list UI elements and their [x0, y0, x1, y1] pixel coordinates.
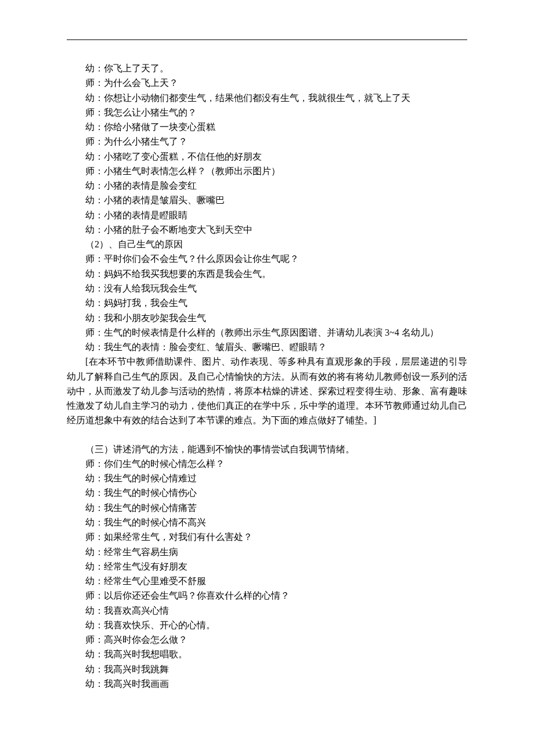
paragraph-spacer — [67, 428, 467, 442]
dialogue-line: 幼：小猪的肚子会不断地变大飞到天空中 — [67, 222, 467, 237]
commentary-paragraph: [在本环节中教师借助课件、图片、动作表现、等多种具有直观形象的手段，层层递进的引… — [67, 354, 467, 427]
dialogue-line: 幼：没有人给我玩我会生气 — [67, 281, 467, 296]
document-page: 幼：你飞上了天了。 师：为什么会飞上天？ 幼：你想让小动物们都变生气，结果他们都… — [0, 0, 534, 756]
dialogue-line: 师：我怎么让小猪生气的？ — [67, 105, 467, 120]
dialogue-line: 幼：你想让小动物们都变生气，结果他们都没有生气，我就很生气，就飞上了天 — [67, 91, 467, 105]
dialogue-line: 幼：经常生气容易生病 — [67, 545, 467, 559]
dialogue-line: 师：如果经常生气，对我们有什么害处？ — [67, 530, 467, 544]
dialogue-line: 幼：小猪的表情是脸会变红 — [67, 178, 467, 193]
dialogue-line: 师：生气的时候表情是什么样的（教师出示生气原因图谱、并请幼儿表演 3~4 名幼儿… — [67, 325, 467, 340]
dialogue-line: 幼：我高兴时我画画 — [67, 676, 467, 691]
header-rule — [67, 39, 467, 40]
dialogue-line: 幼：我生气的时候心情伤心 — [67, 485, 467, 500]
dialogue-line: 幼：我生气的时候心情痛苦 — [67, 501, 467, 515]
dialogue-line: 幼：妈妈打我，我会生气 — [67, 296, 467, 310]
dialogue-line: 师：高兴时你会怎么做？ — [67, 632, 467, 647]
dialogue-line: 幼：我生气的时候心情难过 — [67, 471, 467, 485]
dialogue-line: 师：以后你还还会生气吗？你喜欢什么样的心情？ — [67, 588, 467, 603]
dialogue-line: 师：小猪生气时表情怎么样？（教师出示图片） — [67, 164, 467, 178]
dialogue-line: 师：平时你们会不会生气？什么原因会让你生气呢？ — [67, 251, 467, 266]
dialogue-line: 幼：我喜欢快乐、开心的心情。 — [67, 618, 467, 632]
dialogue-line: 幼：你飞上了天了。 — [67, 61, 467, 75]
dialogue-line: 幼：我高兴时我想唱歌。 — [67, 647, 467, 661]
dialogue-line: 幼：妈妈不给我买我想要的东西是我会生气。 — [67, 267, 467, 281]
dialogue-line: 幼：我喜欢高兴心情 — [67, 603, 467, 618]
dialogue-line: 幼：我和小朋友吵架我会生气 — [67, 311, 467, 325]
dialogue-line: （2）、自己生气的原因 — [67, 237, 467, 251]
dialogue-line: 幼：经常生气没有好朋友 — [67, 559, 467, 574]
dialogue-section-2: （三）讲述消气的方法，能遇到不愉快的事情尝试自我调节情绪。 师：你们生气的时候心… — [67, 442, 467, 692]
dialogue-line: 师：你们生气的时候心情怎么样？ — [67, 456, 467, 471]
dialogue-line: 幼：小猪吃了变心蛋糕，不信任他的好朋友 — [67, 149, 467, 164]
dialogue-line: 幼：小猪的表情是皱眉头、噘嘴巴 — [67, 193, 467, 207]
dialogue-line: 幼：我高兴时我跳舞 — [67, 662, 467, 676]
dialogue-line: 幼：经常生气心里难受不舒服 — [67, 574, 467, 588]
dialogue-section-1: 幼：你飞上了天了。 师：为什么会飞上天？ 幼：你想让小动物们都变生气，结果他们都… — [67, 61, 467, 354]
dialogue-line: 幼：我生气的表情：脸会变红、皱眉头、噘嘴巴、瞪眼睛？ — [67, 340, 467, 354]
dialogue-line: 师：为什么小猪生气了？ — [67, 134, 467, 149]
section-heading: （三）讲述消气的方法，能遇到不愉快的事情尝试自我调节情绪。 — [67, 442, 467, 456]
dialogue-line: 幼：我生气的时候心情不高兴 — [67, 515, 467, 530]
dialogue-line: 幼：你给小猪做了一块变心蛋糕 — [67, 120, 467, 134]
dialogue-line: 师：为什么会飞上天？ — [67, 75, 467, 90]
dialogue-line: 幼：小猪的表情是瞪眼睛 — [67, 208, 467, 222]
